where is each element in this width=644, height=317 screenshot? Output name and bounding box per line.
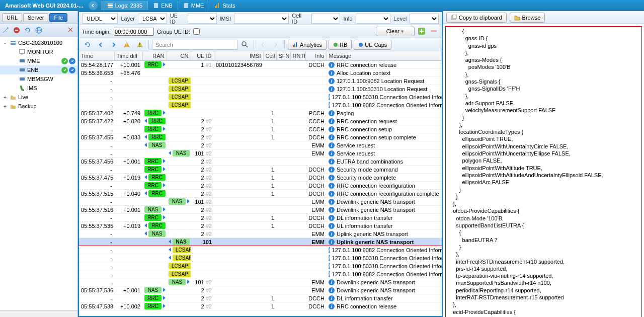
tree-toggle[interactable]: +: [2, 103, 8, 109]
column-header[interactable]: IMSI: [214, 51, 263, 61]
tree-node[interactable]: ENB: [0, 65, 77, 74]
tree-toggle[interactable]: -: [2, 40, 8, 46]
file-button[interactable]: File: [49, 13, 67, 22]
close-icon[interactable]: [67, 27, 75, 35]
imsi-select[interactable]: [234, 14, 289, 24]
go-prev-icon[interactable]: [257, 39, 268, 50]
column-header[interactable]: Cell: [263, 51, 276, 61]
log-row[interactable]: -LCSAP i 127.0.1.100:9082 Connection Ori…: [79, 270, 442, 278]
doc-icon: [153, 3, 159, 9]
log-row[interactable]: - LCSAPi 127.0.1.100:9082 Connection Ori…: [79, 246, 442, 254]
warning-icon[interactable]: !: [121, 39, 132, 50]
info-select[interactable]: [356, 14, 390, 24]
time-origin-input[interactable]: [114, 28, 154, 36]
log-row[interactable]: -RRC 2 #21DCCHi Security mode command: [79, 166, 442, 174]
log-row[interactable]: 05:55:47.538+10.002RRC 2 #21DCCHi RRC co…: [79, 302, 442, 310]
log-row[interactable]: 05:55:36.653+68.476i Alloc Location cont…: [79, 69, 442, 77]
status-badge: [61, 58, 68, 64]
go-next-icon[interactable]: [270, 39, 281, 50]
nav-back-icon[interactable]: [95, 39, 106, 50]
level-select[interactable]: [410, 14, 439, 24]
wand-icon[interactable]: [2, 27, 10, 35]
log-row[interactable]: -NAS 101 #2EMMi Downlink generic NAS tra…: [79, 198, 442, 206]
back-button[interactable]: [89, 1, 98, 10]
log-row[interactable]: -LCSAP i 127.0.1.100:9082 Location Reque…: [79, 77, 442, 85]
detail-content[interactable]: { gnss-ID { gnss-id gps }, agnss-Modes {…: [443, 24, 644, 317]
copy-button[interactable]: Copy to clipboard: [446, 13, 507, 23]
log-row[interactable]: -LCSAP i 127.0.1.100:50310 Connection Or…: [79, 262, 442, 270]
browse-button[interactable]: Browse: [510, 13, 545, 23]
title-tab[interactable]: Logs: 2385: [102, 1, 147, 10]
log-row[interactable]: -LCSAP i 127.0.1.100:50310 Location Requ…: [79, 85, 442, 93]
tree-node[interactable]: +Backup: [0, 102, 77, 111]
log-row[interactable]: - LCSAPi 127.0.1.100:50310 Connection Or…: [79, 254, 442, 262]
column-header[interactable]: Info: [305, 51, 327, 61]
tree-node[interactable]: -CBC-2023010100: [0, 38, 77, 47]
tree-node[interactable]: +Live: [0, 93, 77, 102]
tree-toggle[interactable]: +: [2, 94, 8, 100]
cellid-select[interactable]: [311, 14, 341, 24]
log-row[interactable]: - NAS2 #2EMMi Uplink generic NAS transpo…: [79, 230, 442, 238]
tree-node[interactable]: IMS: [0, 84, 77, 93]
log-row[interactable]: - NAS2 #2EMMi Service request: [79, 141, 442, 149]
error-icon[interactable]: !: [134, 39, 145, 50]
sidebar-hscroll[interactable]: [0, 310, 77, 317]
log-row[interactable]: -LCSAP i 127.0.1.100:50310 Connection Or…: [79, 93, 442, 101]
title-tab[interactable]: MME: [178, 1, 209, 10]
log-row[interactable]: 05:55:37.455+0.033 RRC2 #21DCCHi RRC con…: [79, 133, 442, 141]
search-input[interactable]: [152, 40, 237, 50]
column-header[interactable]: RNTI: [290, 51, 305, 61]
log-row[interactable]: -LCSAP i 127.0.1.100:9082 Connection Ori…: [79, 101, 442, 109]
column-header[interactable]: SFN: [276, 51, 290, 61]
log-row[interactable]: -RRC 2 #21DCCHi RRC connection reconfigu…: [79, 182, 442, 190]
column-header[interactable]: Time: [79, 51, 114, 61]
log-row[interactable]: 05:55:37.516+0.001NAS 2 #2EMMi Downlink …: [79, 206, 442, 214]
search-button[interactable]: [239, 39, 251, 50]
log-row[interactable]: 05:55:37.536+0.001NAS 2 #2EMMi Downlink …: [79, 286, 442, 294]
nav-forward-icon[interactable]: [108, 39, 119, 50]
svg-rect-6: [216, 5, 217, 8]
ueid-select[interactable]: [188, 14, 217, 24]
add-filter-button[interactable]: [418, 27, 427, 36]
log-row[interactable]: 05:55:37.456+0.001RRC 2 #2i EUTRA band c…: [79, 157, 442, 166]
svg-rect-17: [20, 59, 25, 62]
log-row[interactable]: 05:55:37.535+0.019 RRC2 #21DCCHi UL info…: [79, 222, 442, 230]
reload-icon[interactable]: [82, 39, 93, 50]
log-row[interactable]: -RRC 2 #21DCCHi DL information transfer: [79, 294, 442, 302]
column-header[interactable]: RAN: [142, 51, 167, 61]
title-tab[interactable]: ENB: [147, 1, 178, 10]
log-row[interactable]: -RRC 2 #21CCCHi RRC connection setup: [79, 125, 442, 133]
column-header[interactable]: UE ID: [191, 51, 214, 61]
globe-icon[interactable]: [35, 27, 43, 35]
log-row[interactable]: 05:55:37.475+0.019 RRC2 #21DCCHi Securit…: [79, 174, 442, 182]
group-ueid-checkbox[interactable]: [193, 28, 200, 35]
column-header[interactable]: Message: [327, 51, 442, 61]
chart-icon: [214, 3, 220, 9]
analytics-button[interactable]: Analytics: [288, 40, 327, 50]
log-row[interactable]: 05:54:28.177+10.001RRC 1 #10010101234567…: [79, 61, 442, 69]
log-table-wrapper[interactable]: TimeTime diffRANCNUE IDIMSICellSFNRNTIIn…: [79, 51, 442, 316]
clear-button[interactable]: Clear ▾: [376, 27, 415, 36]
remove-filter-button[interactable]: [430, 27, 439, 36]
uldl-select[interactable]: UL/DL: [82, 14, 118, 24]
tree-node[interactable]: MONITOR: [0, 47, 77, 56]
log-row[interactable]: - NAS101EMMi Uplink generic NAS transpor…: [79, 238, 442, 246]
stop-icon[interactable]: [13, 27, 21, 35]
uecaps-button[interactable]: UE Caps: [354, 40, 391, 50]
log-row[interactable]: -RRC 2 #21DCCHi DL information transfer: [79, 214, 442, 222]
log-row[interactable]: 05:55:37.515+0.040 RRC2 #21DCCHi RRC con…: [79, 190, 442, 198]
layer-select[interactable]: LCSA: [138, 14, 167, 24]
url-button[interactable]: URL: [2, 13, 22, 22]
column-header[interactable]: Time diff: [114, 51, 142, 61]
server-button[interactable]: Server: [23, 13, 48, 22]
title-tab[interactable]: Stats: [209, 1, 240, 10]
column-header[interactable]: CN: [167, 51, 191, 61]
log-row[interactable]: - NAS101 #2EMMi Service request: [79, 149, 442, 157]
tree-node[interactable]: MME: [0, 56, 77, 65]
log-row[interactable]: 05:55:37.402+0.749RRC 1PCCHi Paging: [79, 109, 442, 117]
tree-node[interactable]: MBMSGW: [0, 74, 77, 84]
log-row[interactable]: -NAS 101 #2EMMi Downlink generic NAS tra…: [79, 278, 442, 286]
log-row[interactable]: 05:55:37.422+0.020 RRC2 #21CCCHi RRC con…: [79, 117, 442, 125]
rb-button[interactable]: RB: [329, 40, 352, 50]
refresh-icon[interactable]: [24, 27, 32, 35]
